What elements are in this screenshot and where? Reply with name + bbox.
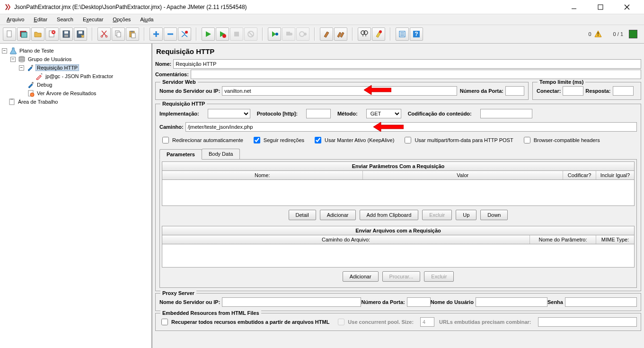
response-input[interactable] — [613, 86, 634, 96]
expand-button[interactable] — [150, 27, 163, 41]
save-as-button[interactable] — [74, 27, 87, 41]
tree-toggle-icon[interactable]: − — [2, 48, 7, 54]
cb-browser-headers[interactable]: Browser-compatible headers — [522, 135, 600, 145]
jmeter-icon — [4, 3, 11, 11]
server-input[interactable] — [222, 86, 457, 96]
cb-redirect-auto[interactable]: Redirecionar automaticamente — [160, 135, 243, 145]
svg-text:!: ! — [597, 32, 599, 37]
impl-label: Implementação: — [159, 111, 199, 116]
menubar: Arquivo Editar Search Executar Opções Aj… — [0, 14, 644, 25]
proto-input[interactable] — [306, 109, 331, 118]
warning-icon: ! — [594, 30, 602, 38]
svg-point-23 — [275, 33, 278, 36]
svg-rect-18 — [132, 33, 135, 38]
port-input[interactable] — [505, 86, 524, 96]
up-button[interactable]: Up — [456, 210, 476, 220]
menu-ajuda[interactable]: Ajuda — [136, 16, 157, 23]
down-button[interactable]: Down — [480, 210, 508, 220]
search-button[interactable] — [358, 27, 371, 41]
shutdown-button[interactable] — [244, 27, 257, 41]
files-body[interactable] — [162, 244, 634, 267]
tree-node-debug[interactable]: Debug — [2, 80, 151, 89]
tree-node-httprequest[interactable]: − Requisição HTTP — [2, 63, 151, 72]
browse-button[interactable]: Procurar... — [382, 271, 421, 282]
reset-search-button[interactable] — [372, 27, 385, 41]
cb-retrieve-embedded[interactable]: Recuperar todos recursos embutidos a par… — [159, 317, 329, 327]
comentarios-input[interactable] — [191, 70, 641, 79]
new-button[interactable] — [3, 27, 16, 41]
tab-parameters[interactable]: Parameters — [159, 149, 202, 160]
close-file-button[interactable] — [45, 27, 59, 41]
nome-input[interactable] — [173, 59, 641, 69]
encoding-input[interactable] — [480, 109, 532, 118]
server-label: Nome do Servidor ou IP: — [159, 88, 220, 94]
svg-point-30 — [379, 30, 382, 33]
remote-shutdown-button[interactable] — [296, 27, 309, 41]
tree-node-viewresults[interactable]: Ver Árvore de Resultados — [2, 89, 151, 98]
menu-executar[interactable]: Executar — [79, 16, 107, 23]
impl-select[interactable] — [208, 109, 250, 118]
url-match-input[interactable] — [538, 317, 637, 327]
cb-multipart[interactable]: Usar multipart/form-data para HTTP POST — [403, 135, 513, 145]
col-paramname: Nome do Parâmetro: — [530, 235, 596, 244]
cb-keepalive[interactable]: Usar Manter Ativo (KeepAlive) — [313, 135, 394, 145]
proxy-user-input[interactable] — [476, 297, 547, 307]
tree-toggle-icon[interactable]: − — [10, 57, 16, 62]
svg-rect-11 — [79, 31, 82, 34]
save-button[interactable] — [60, 27, 73, 41]
metodo-select[interactable]: GET — [366, 109, 401, 118]
params-title: Enviar Parâmetros Com a Requisição — [162, 162, 634, 171]
templates-button[interactable] — [17, 27, 30, 41]
cut-button[interactable] — [97, 27, 111, 41]
proto-label: Protocolo [http]: — [257, 111, 298, 116]
delete-file-button[interactable]: Excluir — [424, 271, 454, 282]
run-indicator-icon — [629, 30, 637, 38]
tree-node-threadgroup[interactable]: − Grupo de Usuários — [2, 55, 151, 63]
function-helper-button[interactable] — [396, 27, 409, 41]
close-button[interactable] — [618, 1, 636, 13]
tree-node-testplan[interactable]: − Plano de Teste — [2, 46, 151, 55]
servidor-web-legend: Servidor Web — [160, 79, 198, 85]
menu-opcoes[interactable]: Opções — [109, 16, 134, 23]
clear-all-button[interactable] — [334, 27, 347, 41]
add-clipboard-button[interactable]: Add from Clipboard — [360, 210, 419, 220]
tab-body-data[interactable]: Body Data — [202, 149, 240, 159]
embedded-legend: Embedded Resources from HTML Files — [160, 310, 261, 316]
menu-editar[interactable]: Editar — [30, 16, 51, 23]
remote-stop-button[interactable] — [282, 27, 295, 41]
proxy-pass-input[interactable] — [565, 297, 637, 307]
syringe-icon — [35, 72, 43, 80]
stop-button[interactable] — [230, 27, 243, 41]
toggle-button[interactable] — [178, 27, 191, 41]
clear-button[interactable] — [320, 27, 333, 41]
svg-rect-24 — [286, 32, 290, 36]
paste-button[interactable] — [126, 27, 139, 41]
start-no-timers-button[interactable] — [216, 27, 229, 41]
detail-button[interactable]: Detail — [289, 210, 316, 220]
caminho-input[interactable] — [185, 122, 637, 132]
tree-toggle-icon[interactable]: − — [19, 65, 24, 71]
menu-search[interactable]: Search — [53, 16, 77, 23]
collapse-button[interactable] — [164, 27, 177, 41]
remote-start-button[interactable] — [268, 27, 281, 41]
copy-button[interactable] — [112, 27, 125, 41]
start-button[interactable] — [202, 27, 215, 41]
proxy-server-input[interactable] — [222, 297, 361, 307]
connect-input[interactable] — [563, 86, 583, 96]
svg-rect-9 — [64, 35, 68, 37]
delete-param-button[interactable]: Excluir — [422, 210, 452, 220]
proxy-port-input[interactable] — [407, 297, 431, 307]
params-body[interactable] — [162, 180, 634, 205]
minimize-button[interactable] — [565, 1, 583, 13]
maximize-button[interactable] — [591, 1, 610, 13]
menu-arquivo[interactable]: Arquivo — [3, 16, 28, 23]
svg-rect-1 — [598, 5, 603, 9]
tree-node-workbench[interactable]: Área de Trabalho — [2, 98, 151, 106]
add-param-button[interactable]: Adicionar — [320, 210, 356, 220]
tree-node-jsonpath[interactable]: jp@gc - JSON Path Extractor — [2, 72, 151, 80]
response-label: Resposta: — [585, 88, 610, 94]
add-file-button[interactable]: Adicionar — [343, 271, 379, 282]
help-button[interactable]: ? — [410, 27, 423, 41]
cb-follow-redirect[interactable]: Seguir redireções — [252, 135, 304, 145]
open-button[interactable] — [31, 27, 44, 41]
